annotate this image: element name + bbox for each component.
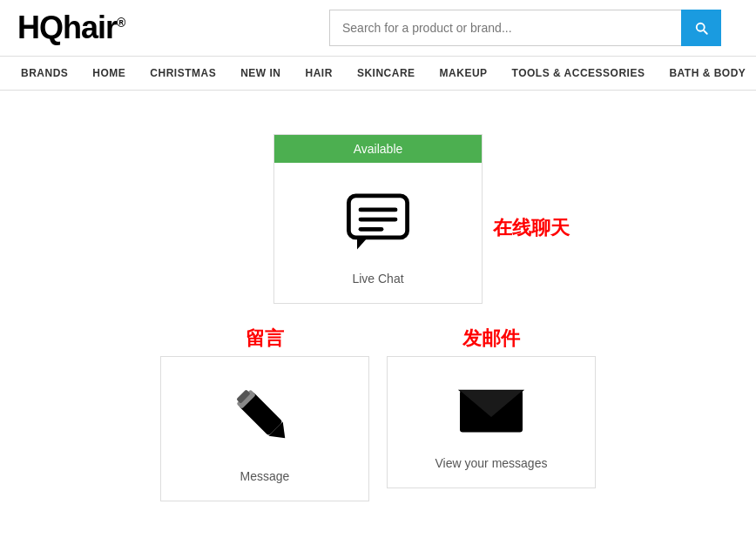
- message-section: 留言 Message: [160, 356, 369, 501]
- live-chat-section: Available Live Chat 在线聊天: [273, 134, 483, 321]
- live-chat-label: Live Chat: [274, 272, 482, 303]
- logo-text: HQhair: [17, 10, 117, 45]
- pencil-icon: [230, 383, 300, 453]
- search-button[interactable]: [681, 10, 721, 46]
- nav-item-christmas[interactable]: CHRISTMAS: [138, 57, 228, 90]
- nav-item-makeup[interactable]: MAKEUP: [428, 57, 500, 90]
- email-section: 发邮件 View your messages: [387, 356, 596, 501]
- nav-item-skincare[interactable]: SKINCARE: [345, 57, 428, 90]
- message-chinese-label: 留言: [246, 326, 284, 352]
- envelope-icon: [456, 383, 526, 440]
- nav-item-brands[interactable]: BRANDS: [9, 57, 80, 90]
- email-chinese-label: 发邮件: [462, 326, 520, 352]
- chat-bubble-icon: [343, 189, 413, 254]
- logo-reg: ®: [117, 16, 125, 30]
- nav-item-new-in[interactable]: NEW IN: [228, 57, 293, 90]
- main-content: Available Live Chat 在线聊天 留言: [0, 91, 756, 519]
- email-card-label: View your messages: [405, 456, 577, 470]
- logo[interactable]: HQhair®: [17, 10, 125, 46]
- nav-item-bath[interactable]: BATH & BODY: [657, 57, 756, 90]
- search-icon: [693, 20, 709, 36]
- chat-icon-area: [274, 163, 482, 272]
- nav-item-tools[interactable]: TOOLS & ACCESSORIES: [500, 57, 658, 90]
- live-chat-card[interactable]: Available Live Chat: [273, 134, 483, 304]
- available-status: Available: [274, 135, 482, 163]
- email-card[interactable]: View your messages: [387, 356, 596, 488]
- search-input[interactable]: [329, 10, 681, 46]
- bottom-cards-row: 留言 Message 发邮件: [160, 356, 596, 501]
- message-card[interactable]: Message: [160, 356, 369, 501]
- header: HQhair®: [0, 0, 756, 57]
- nav-item-home[interactable]: HOME: [80, 57, 138, 90]
- main-nav: BRANDS HOME CHRISTMAS NEW IN HAIR SKINCA…: [0, 57, 756, 91]
- live-chat-chinese-label: 在线聊天: [493, 215, 570, 241]
- message-card-label: Message: [179, 469, 351, 483]
- search-bar: [329, 10, 721, 46]
- nav-item-hair[interactable]: HAIR: [294, 57, 345, 90]
